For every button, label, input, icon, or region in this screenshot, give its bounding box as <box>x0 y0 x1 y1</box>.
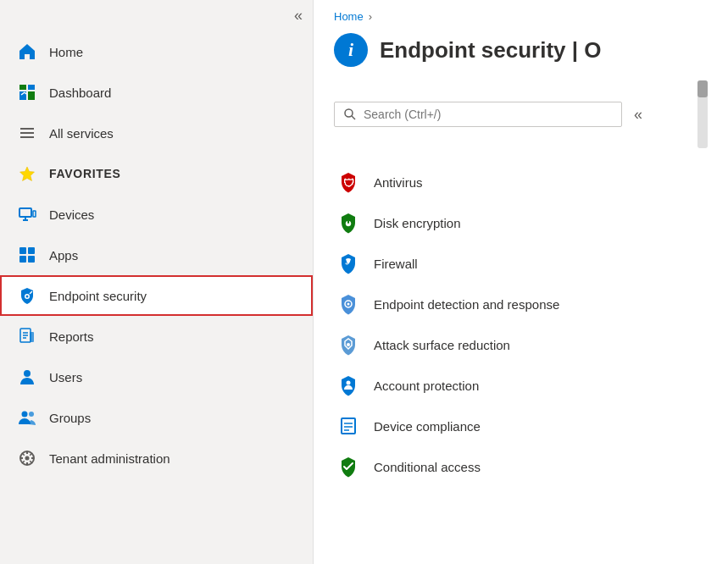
sidebar-item-devices[interactable]: Devices <box>0 194 313 235</box>
svg-rect-0 <box>19 85 26 90</box>
endpoint-security-icon <box>17 285 37 306</box>
menu-item-disk-encryption[interactable]: Disk encryption <box>314 202 728 243</box>
svg-point-30 <box>25 456 30 461</box>
menu-item-endpoint-detection[interactable]: Endpoint detection and response <box>314 284 728 324</box>
page-header-icon: i <box>334 33 368 67</box>
sidebar-item-tenant-administration[interactable]: Tenant administration <box>0 438 313 478</box>
breadcrumb-home[interactable]: Home <box>334 10 364 23</box>
main-content: Home › i Endpoint security | O « <box>314 0 728 564</box>
svg-rect-16 <box>19 256 26 263</box>
svg-point-38 <box>347 343 350 346</box>
reports-icon <box>17 326 37 346</box>
all-services-icon <box>17 123 37 143</box>
apps-icon <box>17 245 37 265</box>
search-area: « <box>314 80 728 158</box>
menu-item-firewall[interactable]: Firewall <box>314 243 728 284</box>
page-title: Endpoint security | O <box>380 37 602 64</box>
menu-item-account-protection[interactable]: Account protection <box>314 365 728 406</box>
sidebar-item-apps[interactable]: Apps <box>0 235 313 275</box>
sidebar-item-groups[interactable]: Groups <box>0 397 313 438</box>
sidebar-collapse-button[interactable]: « <box>0 0 313 31</box>
svg-point-26 <box>24 370 31 377</box>
menu-item-attack-surface[interactable]: Attack surface reduction <box>314 324 728 365</box>
breadcrumb: Home › <box>314 0 728 26</box>
menu-item-conditional-access[interactable]: Conditional access <box>314 446 728 487</box>
svg-rect-3 <box>28 91 35 100</box>
menu-item-antivirus[interactable]: 🛡 Antivirus <box>314 162 728 202</box>
devices-icon <box>17 204 37 224</box>
device-compliance-icon <box>336 414 360 438</box>
sidebar-item-dashboard[interactable]: Dashboard <box>0 72 313 113</box>
svg-rect-40 <box>342 418 355 434</box>
svg-rect-22 <box>30 332 34 342</box>
svg-marker-9 <box>20 167 35 181</box>
svg-point-37 <box>347 303 350 306</box>
svg-point-28 <box>29 412 34 417</box>
search-input[interactable] <box>364 108 613 121</box>
sidebar-item-endpoint-security[interactable]: Endpoint security <box>0 275 313 316</box>
svg-rect-17 <box>28 256 35 263</box>
conditional-access-icon <box>336 455 360 478</box>
dashboard-icon <box>17 82 37 102</box>
svg-rect-15 <box>28 247 35 254</box>
menu-list: 🛡 Antivirus Disk encryption <box>314 158 728 564</box>
page-header: i Endpoint security | O <box>314 26 728 80</box>
svg-text:🛡: 🛡 <box>343 177 354 190</box>
svg-point-31 <box>345 109 353 117</box>
search-box <box>334 102 622 127</box>
svg-point-39 <box>347 381 351 385</box>
svg-rect-11 <box>33 211 36 217</box>
sidebar-item-reports[interactable]: Reports <box>0 316 313 357</box>
star-icon <box>17 163 37 184</box>
svg-rect-14 <box>19 247 26 254</box>
home-icon <box>17 41 37 62</box>
svg-rect-35 <box>347 220 349 224</box>
antivirus-icon: 🛡 <box>336 170 360 194</box>
sidebar-item-all-services[interactable]: All services <box>0 113 313 153</box>
sidebar-item-users[interactable]: Users <box>0 357 313 397</box>
breadcrumb-separator: › <box>369 10 372 23</box>
edr-icon <box>336 292 360 316</box>
svg-point-27 <box>22 412 28 417</box>
asr-icon <box>336 333 360 357</box>
account-protection-icon <box>336 373 360 397</box>
svg-rect-1 <box>28 85 35 90</box>
users-icon <box>17 367 37 387</box>
svg-rect-10 <box>19 208 31 217</box>
sidebar-item-favorites-header: FAVORITES <box>0 153 313 194</box>
menu-item-device-compliance[interactable]: Device compliance <box>314 406 728 446</box>
tenant-icon <box>17 448 37 468</box>
search-icon <box>343 108 357 121</box>
svg-point-19 <box>26 296 29 298</box>
search-collapse-button[interactable]: « <box>634 106 642 124</box>
firewall-icon <box>336 252 360 275</box>
groups-icon <box>17 407 37 428</box>
sidebar: « Home Dashboard <box>0 0 314 564</box>
disk-encryption-icon <box>336 211 360 235</box>
sidebar-item-home[interactable]: Home <box>0 31 313 72</box>
svg-line-32 <box>352 116 355 119</box>
